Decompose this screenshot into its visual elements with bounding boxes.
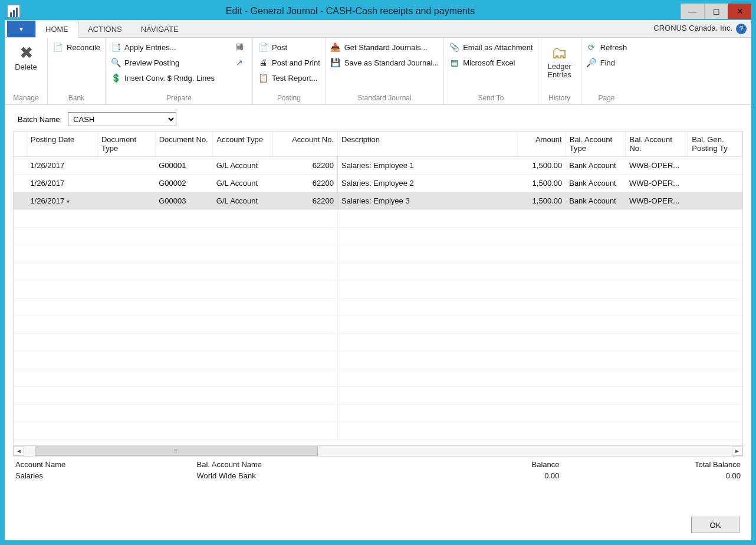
cell-dtype[interactable]: [97, 192, 155, 210]
cell-bgen[interactable]: [688, 192, 742, 210]
cell-date[interactable]: 1/26/2017: [27, 175, 97, 192]
cell-ano[interactable]: 62200: [273, 175, 338, 192]
file-tab[interactable]: ▾: [7, 21, 35, 37]
cell-desc[interactable]: Salaries: Emplyee 3: [338, 192, 518, 210]
balance-label: Balance: [378, 460, 560, 469]
table-row[interactable]: [14, 298, 742, 316]
test-report-button[interactable]: 📋Test Report...: [258, 72, 320, 84]
scroll-thumb[interactable]: ≡: [35, 446, 318, 456]
cell-bgen[interactable]: [688, 175, 742, 192]
col-bal-no[interactable]: Bal. Account No.: [626, 132, 688, 157]
col-doc-no[interactable]: Document No.: [155, 132, 213, 157]
batch-select[interactable]: CASH: [68, 112, 176, 126]
cell-btype[interactable]: Bank Account: [566, 175, 626, 192]
cell-date[interactable]: 1/26/2017▾: [27, 192, 97, 210]
table-row[interactable]: [14, 210, 742, 228]
prepare-extra2-icon[interactable]: ↗: [236, 58, 243, 67]
cell-ano[interactable]: 62200: [273, 192, 338, 210]
cell-bno[interactable]: WWB-OPER...: [626, 157, 688, 175]
save-standard-button[interactable]: 💾Save as Standard Journal...: [330, 57, 439, 68]
post-print-button[interactable]: 🖨Post and Print: [258, 57, 320, 68]
ok-button[interactable]: OK: [691, 517, 739, 533]
window-title: Edit - General Journal - CASH-Cash recei…: [20, 6, 681, 17]
chevron-down-icon[interactable]: ▾: [64, 198, 70, 205]
reconcile-icon: 📄: [52, 42, 63, 52]
cell-dno[interactable]: G00002: [155, 175, 213, 192]
tab-navigate[interactable]: NAVIGATE: [132, 21, 188, 37]
cell-amt[interactable]: 1,500.00: [518, 157, 566, 175]
cell-bgen[interactable]: [688, 157, 742, 175]
table-row[interactable]: 1/26/2017G00002G/L Account62200Salaries:…: [14, 175, 742, 192]
col-acct-type[interactable]: Account Type: [213, 132, 273, 157]
prepare-extra1-icon[interactable]: ▦: [236, 41, 244, 51]
refresh-button[interactable]: ⟳Refresh: [586, 41, 627, 53]
apply-label: Apply Entries...: [124, 43, 176, 52]
cell-atype[interactable]: G/L Account: [213, 157, 273, 175]
excel-button[interactable]: ▤Microsoft Excel: [449, 57, 533, 68]
scroll-right-icon[interactable]: ►: [732, 446, 742, 456]
col-doc-type[interactable]: Document Type: [97, 132, 155, 157]
cell-dtype[interactable]: [97, 157, 155, 175]
apply-entries-button[interactable]: 📑Apply Entries...: [110, 41, 215, 53]
post-button[interactable]: 📄Post: [258, 41, 320, 53]
cell-amt[interactable]: 1,500.00: [518, 175, 566, 192]
maximize-button[interactable]: ◻: [704, 4, 728, 19]
table-row[interactable]: [14, 387, 742, 405]
table-row[interactable]: [14, 369, 742, 387]
cell-dno[interactable]: G00003: [155, 192, 213, 210]
col-selector[interactable]: [14, 132, 27, 157]
close-button[interactable]: ✕: [728, 4, 751, 19]
table-row[interactable]: [14, 245, 742, 263]
get-standard-button[interactable]: 📥Get Standard Journals...: [330, 41, 439, 53]
tab-actions[interactable]: ACTIONS: [78, 21, 132, 37]
preview-posting-button[interactable]: 🔍Preview Posting: [110, 57, 215, 68]
ledger-entries-button[interactable]: 🗂 Ledger Entries: [543, 40, 576, 79]
table-row[interactable]: [14, 228, 742, 245]
post-label: Post: [272, 43, 287, 52]
cell-atype[interactable]: G/L Account: [213, 175, 273, 192]
tab-home[interactable]: HOME: [35, 21, 78, 38]
delete-label: Delete: [15, 63, 37, 71]
delete-button[interactable]: ✖ Delete: [9, 40, 42, 71]
table-row[interactable]: [14, 422, 742, 440]
cell-bno[interactable]: WWB-OPER...: [626, 175, 688, 192]
group-prepare: Prepare: [110, 93, 248, 104]
col-posting-date[interactable]: Posting Date: [27, 132, 97, 157]
email-button[interactable]: 📎Email as Attachment: [449, 41, 533, 53]
cell-date[interactable]: 1/26/2017: [27, 157, 97, 175]
journal-grid: Posting Date Document Type Document No. …: [13, 131, 743, 457]
col-amount[interactable]: Amount: [518, 132, 566, 157]
cell-bno[interactable]: WWB-OPER...: [626, 192, 688, 210]
table-row[interactable]: [14, 263, 742, 281]
postprint-icon: 🖨: [258, 57, 268, 68]
cell-desc[interactable]: Salaries: Employee 2: [338, 175, 518, 192]
table-row[interactable]: [14, 352, 742, 369]
col-bal-type[interactable]: Bal. Account Type: [566, 132, 626, 157]
col-bal-gen[interactable]: Bal. Gen. Posting Ty: [688, 132, 742, 157]
minimize-button[interactable]: —: [681, 4, 704, 19]
find-button[interactable]: 🔎Find: [586, 57, 627, 68]
cell-dtype[interactable]: [97, 175, 155, 192]
table-row[interactable]: 1/26/2017G00001G/L Account62200Salaries:…: [14, 157, 742, 175]
table-row[interactable]: [14, 316, 742, 334]
scroll-left-icon[interactable]: ◄: [14, 446, 24, 456]
col-description[interactable]: Description: [338, 132, 518, 157]
cell-desc[interactable]: Salaries: Employee 1: [338, 157, 518, 175]
cell-amt[interactable]: 1,500.00: [518, 192, 566, 210]
cell-ano[interactable]: 62200: [273, 157, 338, 175]
table-row[interactable]: [14, 405, 742, 422]
cell-btype[interactable]: Bank Account: [566, 192, 626, 210]
table-row[interactable]: 1/26/2017▾G00003G/L Account62200Salaries…: [14, 192, 742, 210]
title-bar: Edit - General Journal - CASH-Cash recei…: [5, 2, 751, 20]
cell-atype[interactable]: G/L Account: [213, 192, 273, 210]
col-acct-no[interactable]: Account No.: [273, 132, 338, 157]
h-scrollbar[interactable]: ◄ ≡ ►: [14, 445, 742, 456]
acct-name-value: Salaries: [15, 469, 197, 480]
cell-dno[interactable]: G00001: [155, 157, 213, 175]
table-row[interactable]: [14, 334, 742, 352]
table-row[interactable]: [14, 281, 742, 298]
help-icon[interactable]: ?: [736, 24, 747, 34]
cell-btype[interactable]: Bank Account: [566, 157, 626, 175]
reconcile-button[interactable]: 📄 Reconcile: [52, 41, 100, 53]
insert-conv-button[interactable]: 💲Insert Conv. $ Rndg. Lines: [110, 72, 215, 84]
